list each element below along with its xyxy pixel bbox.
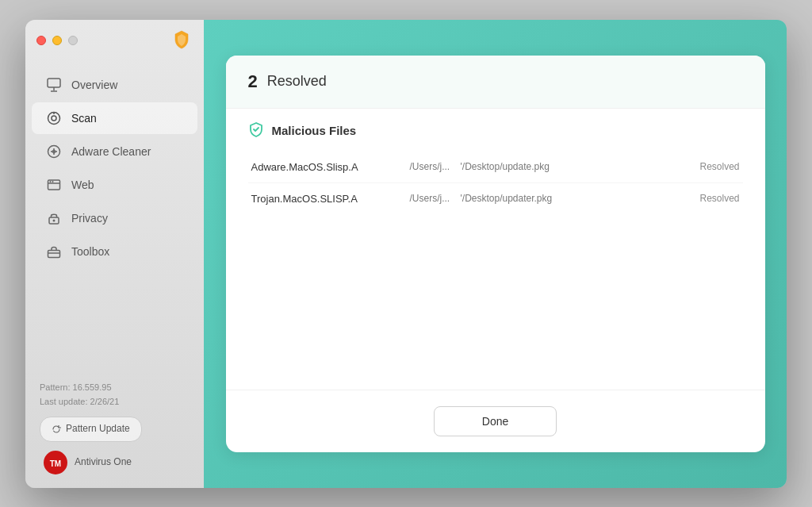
lock-icon [46, 210, 62, 226]
svg-point-13 [52, 181, 54, 182]
sidebar-item-adware-label: Adware Cleaner [71, 145, 151, 158]
close-button[interactable] [36, 36, 46, 45]
file-path-1: /Users/j... '/Desktop/update.pkg [410, 161, 668, 172]
scan-circle-icon [46, 110, 62, 126]
table-row: Trojan.MacOS.SLISP.A /Users/j... '/Deskt… [248, 183, 743, 214]
file-name-1: Adware.MacOS.Slisp.A [251, 161, 410, 173]
results-header: 2 Resolved [226, 56, 765, 109]
sidebar-item-toolbox-label: Toolbox [71, 245, 109, 258]
sidebar-item-privacy-label: Privacy [71, 212, 108, 225]
app-window: Overview Scan [25, 20, 787, 488]
trend-micro-logo: TM [43, 450, 68, 475]
file-path-2: /Users/j... '/Desktop/updater.pkg [410, 193, 668, 204]
sidebar-item-overview[interactable]: Overview [32, 69, 197, 101]
svg-rect-0 [48, 79, 60, 87]
web-icon [46, 177, 62, 193]
pattern-version: Pattern: 16.559.95 [40, 381, 190, 395]
svg-rect-16 [48, 250, 60, 257]
results-card: 2 Resolved Malicious Files Adware.M [226, 56, 765, 452]
results-footer: Done [226, 390, 765, 452]
pattern-update-button[interactable]: Pattern Update [40, 417, 142, 441]
sidebar-item-web[interactable]: Web [32, 169, 197, 201]
file-name-2: Trojan.MacOS.SLISP.A [251, 193, 410, 205]
brand-name: Antivirus One [75, 455, 132, 470]
table-row: Adware.MacOS.Slisp.A /Users/j... '/Deskt… [248, 152, 743, 183]
toolbox-icon [46, 244, 62, 259]
svg-point-15 [53, 219, 56, 221]
last-update: Last update: 2/26/21 [40, 395, 190, 409]
minimize-button[interactable] [52, 36, 62, 45]
pattern-update-label: Pattern Update [66, 421, 130, 436]
done-button[interactable]: Done [434, 406, 557, 436]
main-content: 2 Resolved Malicious Files Adware.M [204, 20, 787, 488]
shield-check-icon [248, 121, 264, 140]
sidebar-item-privacy[interactable]: Privacy [32, 202, 197, 234]
section-label: Malicious Files [272, 124, 357, 137]
sidebar-item-overview-label: Overview [71, 79, 117, 91]
results-body: Malicious Files Adware.MacOS.Slisp.A /Us… [226, 109, 765, 390]
sidebar-item-web-label: Web [71, 179, 94, 191]
refresh-icon [52, 424, 61, 434]
sidebar: Overview Scan [25, 20, 204, 488]
app-icon [170, 29, 193, 52]
sidebar-item-scan-label: Scan [71, 112, 97, 125]
titlebar [25, 20, 204, 61]
resolved-label: Resolved [267, 73, 327, 90]
resolved-count: 2 [248, 71, 258, 92]
sidebar-footer: Pattern: 16.559.95 Last update: 2/26/21 … [25, 371, 204, 487]
file-status-1: Resolved [668, 161, 740, 172]
svg-text:TM: TM [50, 459, 61, 468]
monitor-icon [46, 77, 62, 93]
sidebar-item-scan[interactable]: Scan [32, 102, 197, 134]
sidebar-item-toolbox[interactable]: Toolbox [32, 236, 197, 267]
svg-point-12 [50, 181, 52, 182]
nav-items: Overview Scan [25, 61, 204, 372]
adware-icon [46, 144, 62, 159]
sidebar-item-adware[interactable]: Adware Cleaner [32, 136, 197, 167]
brand: TM Antivirus One [40, 450, 190, 475]
file-status-2: Resolved [668, 193, 740, 204]
maximize-button[interactable] [68, 36, 78, 45]
svg-point-4 [52, 116, 56, 121]
section-title: Malicious Files [248, 121, 743, 140]
